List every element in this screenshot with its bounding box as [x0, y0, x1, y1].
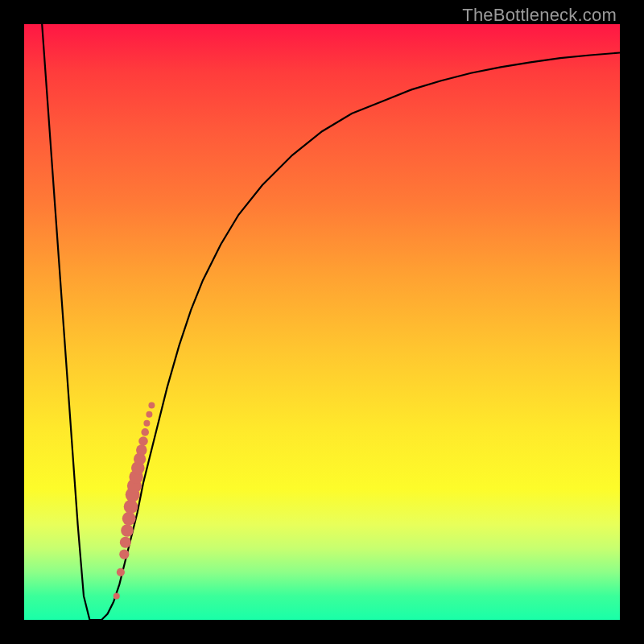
highlight-dot [114, 592, 120, 599]
highlight-dot [148, 402, 155, 409]
attribution-label: TheBottleneck.com [462, 5, 617, 26]
highlight-dot [143, 420, 150, 427]
highlight-dot [120, 537, 131, 548]
highlight-dot [119, 550, 129, 559]
highlight-dot [122, 512, 136, 526]
highlight-dot [141, 428, 149, 436]
chart-frame: TheBottleneck.com [0, 0, 644, 644]
highlight-dot [146, 411, 152, 418]
highlight-dot [138, 436, 148, 446]
highlight-dots [114, 402, 155, 600]
highlight-dot [117, 568, 125, 576]
highlight-dot [121, 524, 134, 537]
chart-overlay [24, 24, 620, 620]
highlight-dot [136, 444, 147, 456]
